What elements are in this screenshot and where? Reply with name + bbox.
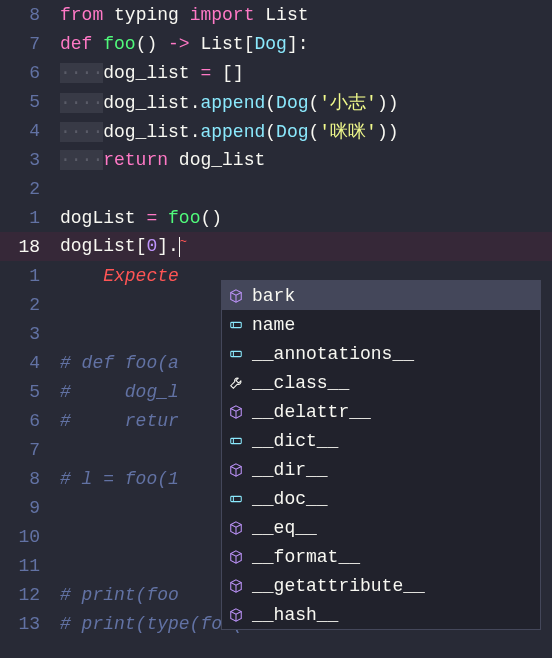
line-number-current: 18: [0, 237, 60, 257]
code-line[interactable]: 6 ····dog_list = []: [0, 58, 552, 87]
autocomplete-label: __doc__: [252, 489, 328, 509]
svg-rect-2: [231, 438, 242, 443]
error-hint: Expecte: [103, 266, 179, 286]
wrench-icon: [228, 375, 244, 391]
code-line[interactable]: 1 dogList = foo(): [0, 203, 552, 232]
autocomplete-item[interactable]: __class__: [222, 368, 540, 397]
autocomplete-item[interactable]: __hash__: [222, 600, 540, 629]
code-line[interactable]: 5 ····dog_list.append(Dog('小志')): [0, 87, 552, 116]
svg-rect-3: [231, 496, 242, 501]
cube-icon: [228, 607, 244, 623]
field-icon: [228, 433, 244, 449]
autocomplete-item[interactable]: __dict__: [222, 426, 540, 455]
svg-rect-0: [231, 322, 242, 327]
autocomplete-label: __dict__: [252, 431, 338, 451]
line-number: 13: [0, 614, 60, 634]
line-number: 5: [0, 92, 60, 112]
line-number: 6: [0, 63, 60, 83]
code-line[interactable]: 8 from typing import List: [0, 0, 552, 29]
code-content: ····return dog_list: [60, 150, 552, 170]
autocomplete-item[interactable]: __dir__: [222, 455, 540, 484]
line-number: 9: [0, 498, 60, 518]
line-number: 3: [0, 150, 60, 170]
cube-icon: [228, 578, 244, 594]
field-icon: [228, 346, 244, 362]
code-content: ····dog_list.append(Dog('咪咪')): [60, 119, 552, 143]
code-line[interactable]: 3 ····return dog_list: [0, 145, 552, 174]
field-icon: [228, 317, 244, 333]
line-number: 8: [0, 469, 60, 489]
cube-icon: [228, 288, 244, 304]
code-content: ····dog_list.append(Dog('小志')): [60, 90, 552, 114]
code-line[interactable]: 4 ····dog_list.append(Dog('咪咪')): [0, 116, 552, 145]
code-line[interactable]: 7 def foo() -> List[Dog]:: [0, 29, 552, 58]
autocomplete-item[interactable]: name: [222, 310, 540, 339]
autocomplete-label: __dir__: [252, 460, 328, 480]
code-content: dogList = foo(): [60, 208, 552, 228]
line-number: 8: [0, 5, 60, 25]
code-line[interactable]: 2: [0, 174, 552, 203]
autocomplete-popup[interactable]: barkname__annotations____class____delatt…: [221, 280, 541, 630]
code-content: ····dog_list = []: [60, 63, 552, 83]
autocomplete-label: __format__: [252, 547, 360, 567]
autocomplete-label: __delattr__: [252, 402, 371, 422]
autocomplete-item[interactable]: bark: [222, 281, 540, 310]
cube-icon: [228, 462, 244, 478]
line-number: 4: [0, 353, 60, 373]
line-number: 1: [0, 266, 60, 286]
autocomplete-label: __getattribute__: [252, 576, 425, 596]
autocomplete-item[interactable]: __delattr__: [222, 397, 540, 426]
autocomplete-label: name: [252, 315, 295, 335]
autocomplete-label: bark: [252, 286, 295, 306]
line-number: 1: [0, 208, 60, 228]
autocomplete-item[interactable]: __eq__: [222, 513, 540, 542]
autocomplete-item[interactable]: __getattribute__: [222, 571, 540, 600]
line-number: 3: [0, 324, 60, 344]
line-number: 11: [0, 556, 60, 576]
autocomplete-label: __hash__: [252, 605, 338, 625]
line-number: 12: [0, 585, 60, 605]
code-content: from typing import List: [60, 5, 552, 25]
code-content: def foo() -> List[Dog]:: [60, 34, 552, 54]
cube-icon: [228, 520, 244, 536]
autocomplete-item[interactable]: __annotations__: [222, 339, 540, 368]
autocomplete-label: __class__: [252, 373, 349, 393]
line-number: 4: [0, 121, 60, 141]
line-number: 7: [0, 440, 60, 460]
code-line-current[interactable]: 18 dogList[0].~: [0, 232, 552, 261]
line-number: 2: [0, 295, 60, 315]
cube-icon: [228, 549, 244, 565]
cube-icon: [228, 404, 244, 420]
autocomplete-label: __eq__: [252, 518, 317, 538]
code-content: dogList[0].~: [60, 236, 552, 256]
autocomplete-label: __annotations__: [252, 344, 414, 364]
svg-rect-1: [231, 351, 242, 356]
line-number: 7: [0, 34, 60, 54]
field-icon: [228, 491, 244, 507]
line-number: 2: [0, 179, 60, 199]
line-number: 6: [0, 411, 60, 431]
autocomplete-item[interactable]: __doc__: [222, 484, 540, 513]
line-number: 5: [0, 382, 60, 402]
autocomplete-item[interactable]: __format__: [222, 542, 540, 571]
line-number: 10: [0, 527, 60, 547]
